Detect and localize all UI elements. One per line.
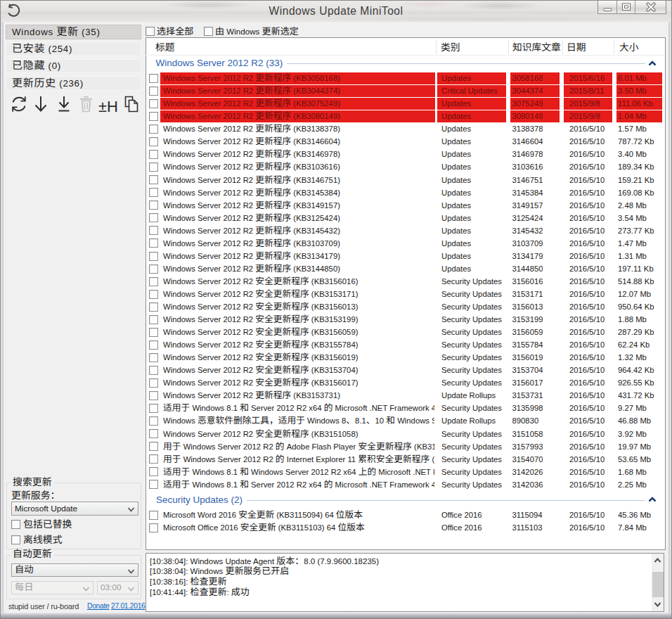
svg-text:±H: ±H xyxy=(98,98,118,115)
